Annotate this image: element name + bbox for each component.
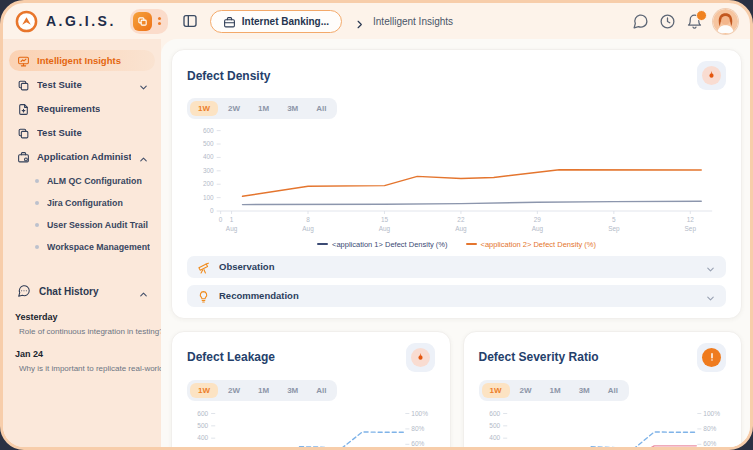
defect-leakage-chart[interactable]: 10020030040050060020%40%60%80%100% — [187, 405, 435, 450]
lightbulb-icon — [197, 289, 210, 302]
defect-severity-card: Defect Severity Ratio 1W2W1M3MAll 100200… — [463, 331, 743, 450]
bullet-icon — [35, 179, 39, 183]
sidebar-subitem-label: ALM QC Configuration — [47, 176, 142, 186]
range-button-3m[interactable]: 3M — [279, 101, 306, 116]
sidebar-item-test-suite[interactable]: Test Suite — [9, 74, 155, 95]
sidebar-item-application-administration[interactable]: Application Administration — [9, 146, 155, 167]
sidebar-subitem-jira-configuration[interactable]: Jira Configuration — [9, 192, 155, 214]
legend-item: <application 1> Defect Density (%) — [317, 240, 447, 249]
range-button-2w[interactable]: 2W — [512, 383, 540, 398]
svg-text:22: 22 — [457, 216, 465, 223]
svg-text:500: 500 — [489, 422, 500, 429]
sidebar-nav: Intelligent InsightsTest SuiteRequiremen… — [3, 50, 161, 258]
bullet-icon — [35, 245, 39, 249]
chevron-right-icon — [354, 16, 365, 27]
flame-indicator-button[interactable] — [697, 61, 726, 90]
range-button-all[interactable]: All — [600, 383, 626, 398]
chevron-up-icon[interactable] — [138, 286, 149, 297]
svg-text:100%: 100% — [703, 409, 720, 416]
range-button-1m[interactable]: 1M — [250, 383, 277, 398]
svg-text:Aug: Aug — [226, 225, 238, 233]
sidebar-item-label: Requirements — [37, 103, 100, 114]
breadcrumb-current: Intelligent Insights — [373, 16, 453, 27]
defect-severity-chart[interactable]: 10020030040050060020%40%60%80%100% — [479, 405, 727, 450]
svg-text:1: 1 — [230, 216, 234, 223]
range-button-1m[interactable]: 1M — [250, 101, 277, 116]
test-suite-icon — [17, 78, 30, 91]
svg-text:300: 300 — [489, 446, 500, 450]
app-window: A.G.I.S. Internet Banking... Intelligent… — [0, 0, 753, 450]
flame-indicator-button[interactable] — [406, 343, 435, 372]
header-right — [632, 9, 738, 34]
range-button-3m[interactable]: 3M — [571, 383, 598, 398]
chevron-down-icon[interactable] — [138, 79, 149, 90]
briefcase-icon — [223, 15, 236, 28]
legend-swatch — [466, 243, 477, 245]
user-avatar[interactable] — [713, 9, 738, 34]
app-title: A.G.I.S. — [46, 13, 116, 29]
chat-date: Jan 24 — [3, 339, 161, 361]
admin-icon — [17, 150, 30, 163]
sidebar-toggle-icon[interactable] — [182, 13, 198, 29]
accordion-observation[interactable]: Observation — [187, 256, 726, 278]
svg-text:15: 15 — [381, 216, 389, 223]
legend-label: <application 1> Defect Density (%) — [332, 240, 447, 249]
chart-title: Defect Leakage — [187, 350, 275, 364]
defect-density-chart[interactable]: 010020030040050060001Aug8Aug15Aug22Aug29… — [187, 123, 726, 238]
svg-text:8: 8 — [306, 216, 310, 223]
range-button-1w[interactable]: 1W — [190, 383, 218, 398]
card-head: Defect Severity Ratio — [479, 343, 727, 372]
range-button-1w[interactable]: 1W — [190, 101, 218, 116]
sidebar-subitem-label: Jira Configuration — [47, 198, 123, 208]
chart-legend: <application 1> Defect Density (%)<appli… — [187, 240, 726, 249]
chat-history-header[interactable]: Chat History — [3, 280, 161, 302]
sidebar-subitem-alm-qc-configuration[interactable]: ALM QC Configuration — [9, 170, 155, 192]
workspace-label: Internet Banking... — [242, 16, 329, 27]
warning-indicator-button[interactable] — [697, 343, 726, 372]
app-switcher[interactable] — [130, 9, 168, 34]
svg-text:500: 500 — [197, 422, 208, 429]
svg-text:Aug: Aug — [302, 225, 314, 233]
sidebar-item-label: Application Administration — [37, 151, 131, 162]
svg-text:80%: 80% — [703, 425, 716, 432]
range-button-3m[interactable]: 3M — [279, 383, 306, 398]
kebab-dots-icon — [156, 17, 163, 25]
chat-history-item[interactable]: Role of continuous integration in testin… — [3, 324, 161, 339]
chat-date: Yesterday — [3, 302, 161, 324]
accordion-label: Observation — [219, 261, 274, 272]
svg-text:Aug: Aug — [455, 225, 467, 233]
svg-text:100: 100 — [203, 194, 214, 201]
svg-text:Aug: Aug — [532, 225, 544, 233]
sidebar-subitem-label: Workspace Management — [47, 242, 150, 252]
svg-text:60%: 60% — [411, 440, 424, 447]
notifications-icon[interactable] — [686, 13, 703, 30]
svg-text:600: 600 — [489, 409, 500, 416]
sidebar-item-intelligent-insights[interactable]: Intelligent Insights — [9, 50, 155, 71]
body-row: Intelligent InsightsTest SuiteRequiremen… — [3, 39, 750, 447]
svg-text:200: 200 — [203, 180, 214, 187]
workspace-selector[interactable]: Internet Banking... — [210, 10, 342, 33]
insights-icon — [17, 54, 30, 67]
defect-leakage-card: Defect Leakage 1W2W1M3MAll 1002003004005… — [171, 331, 451, 450]
svg-text:100%: 100% — [411, 409, 428, 416]
svg-text:400: 400 — [197, 434, 208, 441]
copy-icon — [133, 12, 152, 31]
range-button-1m[interactable]: 1M — [542, 383, 569, 398]
range-button-2w[interactable]: 2W — [220, 383, 248, 398]
range-button-2w[interactable]: 2W — [220, 101, 248, 116]
sidebar-item-test-suite[interactable]: Test Suite — [9, 122, 155, 143]
sidebar-item-requirements[interactable]: Requirements — [9, 98, 155, 119]
test-suite-icon — [17, 126, 30, 139]
history-icon[interactable] — [659, 13, 676, 30]
accordion-recommendation[interactable]: Recommendation — [187, 285, 726, 307]
sidebar-item-label: Test Suite — [37, 127, 82, 138]
sidebar-subitem-user-session-audit-trail[interactable]: User Session Audit Trail — [9, 214, 155, 236]
chat-icon[interactable] — [632, 13, 649, 30]
chat-history-item[interactable]: Why is it important to replicate real-wo… — [3, 361, 161, 376]
range-button-all[interactable]: All — [308, 383, 334, 398]
sidebar-subitem-workspace-management[interactable]: Workspace Management — [9, 236, 155, 258]
requirements-icon — [17, 102, 30, 115]
chevron-up-icon[interactable] — [138, 151, 149, 162]
range-button-1w[interactable]: 1W — [482, 383, 510, 398]
range-button-all[interactable]: All — [308, 101, 334, 116]
